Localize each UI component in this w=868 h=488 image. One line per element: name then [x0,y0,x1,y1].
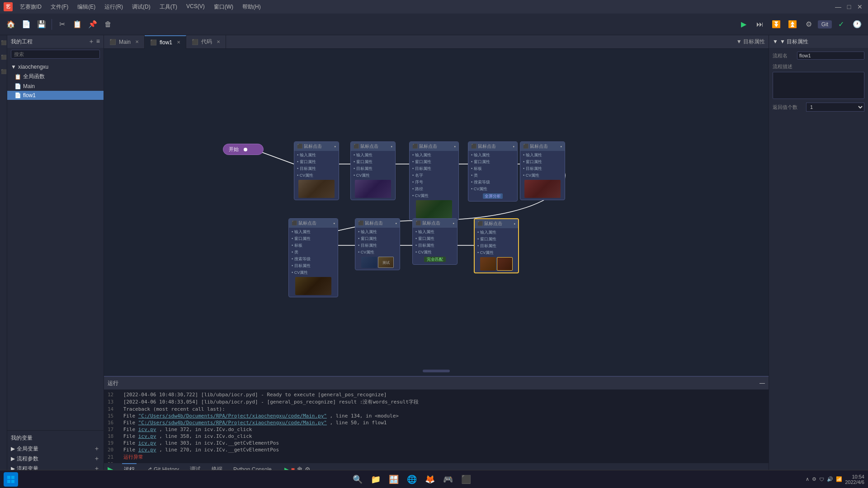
menu-help[interactable]: 帮助(H) [239,2,264,12]
taskbar-volume-icon[interactable]: 🔊 [827,476,833,482]
run-button[interactable]: ▶ [736,17,751,32]
menu-window[interactable]: 窗口(W) [210,2,237,12]
tree-item-flow1[interactable]: 📄 flow1 [7,91,104,100]
step-into-button[interactable]: ⏬ [769,17,783,32]
log-link-17[interactable]: icv.py [138,427,156,432]
tree-item-main[interactable]: 📄 Main [7,82,104,91]
taskbar-firefox-icon[interactable]: 🦊 [423,472,437,487]
tab-flow1-label: flow1 [160,39,172,46]
var-add-global[interactable]: ＋ [94,445,100,453]
node-4[interactable]: ⬛ 鼠标点击 • • 输入属性 • 窗口属性 • 标板 • 类 • 搜索等级 •… [468,141,518,202]
tab-code[interactable]: ⬛ 代码 ✕ [186,35,226,49]
tree-root[interactable]: ▼ xiaochengxu [7,62,104,71]
toolbar-save[interactable]: 💾 [34,17,49,32]
close-button[interactable]: ✕ [855,2,864,11]
taskbar-search-icon[interactable]: 🔍 [350,472,365,487]
node-7-body: • 输入属性 • 窗口属性 • 目标属性 • CV属性 测试 [355,228,400,270]
settings-button[interactable]: ⚙ [802,17,816,32]
node-6-f3: • 标板 [291,242,336,249]
toolbar-paste[interactable]: 📌 [85,17,100,32]
prop-return-count-select[interactable]: 1 [806,103,864,112]
taskbar-chevron-icon[interactable]: ∧ [806,476,809,482]
node-6[interactable]: ⬛ 鼠标点击 • • 输入属性 • 窗口属性 • 标板 • 类 • 搜索等级 •… [288,218,338,297]
node-8-btn[interactable]: 完全匹配 [415,257,455,263]
menu-vcs[interactable]: VCS(V) [183,2,208,12]
log-link-20[interactable]: icv.py [138,447,156,453]
taskbar-network-icon[interactable]: 📶 [836,476,842,482]
step-out-button[interactable]: ⏫ [785,17,800,32]
tab-main-label: Main [119,39,131,45]
sidebar-icon-1[interactable]: ⬛ [0,35,7,50]
menu-brand[interactable]: 艺赛旗ID [16,2,45,12]
taskbar-edge-icon[interactable]: 🌐 [405,472,419,487]
filter-button[interactable]: ▼ 目标属性 [733,38,769,46]
prop-flow-name-input[interactable] [797,52,864,60]
node-9-f3: • 目标属性 [476,243,516,249]
toolbar-cut[interactable]: ✂ [55,17,69,32]
node-4-f2: • 窗口属性 [470,159,515,165]
node-8[interactable]: ⬛ 鼠标点击 • • 输入属性 • 窗口属性 • 目标属性 • CV属性 完全匹… [412,218,458,265]
sidebar-icon-3[interactable]: ⬛ [0,64,7,79]
toolbar-home[interactable]: 🏠 [4,17,18,32]
log-link-19[interactable]: icv.py [138,440,156,446]
taskbar-app1-icon[interactable]: 🎮 [441,472,455,487]
node-3[interactable]: ⬛ 鼠标点击 • • 输入属性 • 窗口属性 • 目标属性 • 名字 • 序号 … [409,141,459,221]
var-add-params[interactable]: ＋ [94,455,100,463]
clock-button[interactable]: 🕐 [850,17,864,32]
canvas-area[interactable]: 开始 ⬛ 鼠标点击 • • 输入属性 • 窗口属性 • 目标属性 • CV属性 [104,49,769,376]
windows-start-button[interactable] [4,472,18,487]
menu-edit[interactable]: 编辑(E) [74,2,99,12]
taskbar-settings-icon[interactable]: ⚙ [812,476,816,482]
tab-main-close[interactable]: ✕ [135,39,139,44]
taskbar-store-icon[interactable]: 🪟 [387,472,401,487]
taskbar-clock[interactable]: 10:54 2022/4/6 [845,474,864,485]
bottom-panel-collapse[interactable]: — [760,380,765,386]
tab-code-close[interactable]: ✕ [217,39,220,44]
node-6-f4: • 类 [291,249,336,256]
search-input[interactable] [11,50,100,59]
node-9[interactable]: ⬛ 鼠标点击 • • 输入属性 • 窗口属性 • 目标属性 • CV属性 [474,218,519,273]
node-9-f1: • 输入属性 [476,229,516,236]
log-line-15: 15 File "C:/Users/sdw4b/Documents/RPA/Pr… [108,413,765,419]
menu-debug[interactable]: 调试(D) [128,2,154,12]
tab-flow1[interactable]: ⬛ flow1 ✕ [145,35,186,49]
taskbar-app2-icon[interactable]: ⬛ [459,472,473,487]
titlebar-menu: 艺赛旗ID 文件(F) 编辑(E) 运行(R) 调试(D) 工具(T) VCS(… [16,2,264,12]
git-button[interactable]: Git [818,20,832,28]
menu-file[interactable]: 文件(F) [47,2,72,12]
node-7-f1: • 输入属性 [357,229,398,235]
menu-run[interactable]: 运行(R) [101,2,127,12]
node-2[interactable]: ⬛ 鼠标点击 • • 输入属性 • 窗口属性 • 目标属性 • CV属性 [350,141,396,200]
tab-flow1-close[interactable]: ✕ [177,40,180,45]
var-section-params[interactable]: ▶ 流程参数 ＋ [7,454,104,464]
node-5[interactable]: ⬛ 鼠标点击 • • 输入属性 • 窗口属性 • 目标属性 • CV属性 [520,141,565,200]
project-add-button[interactable]: ＋ [88,38,94,46]
node-4-btn[interactable]: 全屏分析 [470,193,515,199]
node-start[interactable]: 开始 [223,144,264,155]
toolbar-copy[interactable]: 📋 [70,17,85,32]
node-8-f3: • 目标属性 [415,242,455,249]
step-over-button[interactable]: ⏭ [753,17,767,32]
titlebar-left: 艺 艺赛旗ID 文件(F) 编辑(E) 运行(R) 调试(D) 工具(T) VC… [4,2,264,12]
taskbar-files-icon[interactable]: 📁 [368,472,383,487]
taskbar-antivirus-icon[interactable]: 🛡 [819,477,824,482]
prop-flow-desc-textarea[interactable] [773,72,864,99]
toolbar-new[interactable]: 📄 [19,17,33,32]
toolbar-delete[interactable]: 🗑 [101,17,115,32]
sidebar-icon-2[interactable]: ⬛ [0,50,7,64]
log-link-18[interactable]: icv.py [138,433,156,439]
tree-item-global-funcs[interactable]: 📋 全局函数 [7,71,104,82]
log-link-15[interactable]: "C:/Users/sdw4b/Documents/RPA/Project/xi… [138,413,327,419]
minimize-button[interactable]: — [834,2,843,11]
node-1[interactable]: ⬛ 鼠标点击 • • 输入属性 • 窗口属性 • 目标属性 • CV属性 [294,141,339,200]
canvas-scrollbar[interactable] [423,370,450,372]
log-link-16[interactable]: "C:/Users/sdw4b/Documents/RPA/Project/xi… [138,420,327,426]
check-button[interactable]: ✓ [834,17,848,32]
tab-main[interactable]: ⬛ Main ✕ [104,35,145,49]
var-section-global[interactable]: ▶ 全局变量 ＋ [7,444,104,454]
maximize-button[interactable]: □ [844,2,854,11]
menu-tools[interactable]: 工具(T) [156,2,181,12]
project-search[interactable]: ▼ [7,48,104,61]
node-7[interactable]: ⬛ 鼠标点击 • • 输入属性 • 窗口属性 • 目标属性 • CV属性 测试 [355,218,400,270]
project-menu-button[interactable]: ≡ [96,38,100,46]
